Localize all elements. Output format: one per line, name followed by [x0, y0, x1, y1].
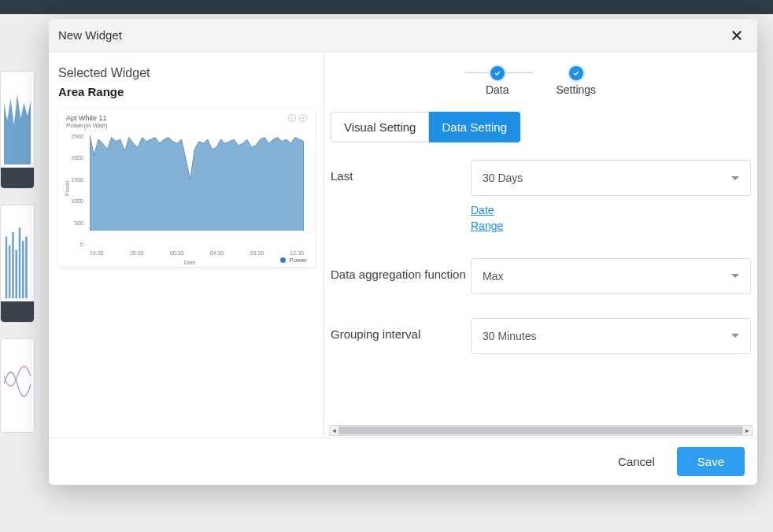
- label-aggregation: Data aggregation function: [331, 258, 471, 283]
- scroll-track[interactable]: [339, 426, 742, 435]
- chevron-down-icon: [731, 274, 739, 278]
- select-aggregation-value: Max: [483, 270, 503, 283]
- x-tick: 00:30: [170, 250, 184, 256]
- area-chart-svg: [90, 131, 304, 231]
- label-grouping: Grouping interval: [331, 318, 471, 342]
- modal-body: Selected Widget Area Range Apt White 11 …: [49, 52, 757, 438]
- close-small-icon: ×: [299, 114, 307, 122]
- legend-label: Power: [289, 257, 307, 264]
- y-tick: 1500: [71, 177, 83, 183]
- step-data[interactable]: Data: [486, 66, 509, 96]
- cancel-button[interactable]: Cancel: [610, 449, 663, 475]
- y-tick: 2000: [71, 155, 83, 161]
- close-icon: [730, 28, 744, 42]
- chevron-down-icon: [731, 334, 739, 338]
- select-last[interactable]: 30 Days: [471, 160, 751, 196]
- step-check-icon: [569, 66, 583, 80]
- x-tick: 16:30: [90, 250, 104, 256]
- right-panel: Data Settings Visual Setting Data Settin…: [324, 52, 757, 438]
- chevron-down-icon: [731, 176, 739, 180]
- modal-header: New Widget: [49, 19, 757, 52]
- row-last: Last 30 Days Date Range: [331, 160, 751, 235]
- scroll-right-arrow-icon[interactable]: ►: [742, 426, 752, 435]
- settings-tabs: Visual Setting Data Setting: [324, 101, 757, 142]
- x-tick: 08:30: [250, 250, 264, 256]
- save-button[interactable]: Save: [677, 447, 745, 476]
- tab-visual-setting[interactable]: Visual Setting: [331, 112, 429, 142]
- select-grouping[interactable]: 30 Minutes: [471, 318, 751, 354]
- widget-type-name: Area Range: [58, 85, 314, 98]
- scroll-thumb[interactable]: [339, 427, 742, 434]
- legend-dot-icon: [280, 257, 286, 263]
- widget-preview: Apt White 11 Power(in Watt) i × Power 25…: [58, 108, 315, 267]
- x-tick: 04:30: [210, 250, 224, 256]
- y-tick: 0: [80, 242, 83, 247]
- x-axis-label: Date: [184, 260, 196, 265]
- wizard-stepper: Data Settings: [324, 52, 757, 101]
- tab-data-setting[interactable]: Data Setting: [429, 112, 520, 142]
- x-tick: 12:30: [290, 250, 304, 256]
- step-settings[interactable]: Settings: [556, 66, 596, 96]
- link-range[interactable]: Range: [471, 218, 751, 234]
- preview-title: Apt White 11: [66, 114, 307, 122]
- preview-legend: Power: [280, 257, 307, 264]
- y-axis-ticks: 25002000150010005000: [68, 131, 83, 245]
- close-button[interactable]: [726, 24, 748, 46]
- preview-chart: Power 25002000150010005000 16:3020:3000:…: [72, 131, 307, 245]
- y-tick: 2500: [71, 134, 83, 139]
- select-last-value: 30 Days: [483, 172, 523, 184]
- preview-subtitle: Power(in Watt): [66, 122, 307, 129]
- horizontal-scrollbar[interactable]: ◄ ►: [329, 425, 753, 436]
- step-check-icon: [490, 66, 505, 80]
- data-setting-form: Last 30 Days Date Range: [324, 142, 757, 425]
- label-last: Last: [331, 160, 471, 184]
- modal-overlay: New Widget Selected Widget Area Range Ap…: [0, 0, 773, 532]
- info-icon: i: [288, 114, 296, 122]
- date-range-links: Date Range: [471, 202, 751, 235]
- new-widget-modal: New Widget Selected Widget Area Range Ap…: [49, 19, 757, 485]
- row-grouping: Grouping interval 30 Minutes: [331, 318, 751, 354]
- x-tick: 20:30: [130, 250, 144, 256]
- scroll-left-arrow-icon[interactable]: ◄: [330, 426, 339, 435]
- step-data-label: Data: [486, 83, 509, 96]
- selected-widget-label: Selected Widget: [58, 66, 314, 80]
- y-tick: 1000: [71, 198, 83, 204]
- select-aggregation[interactable]: Max: [471, 258, 751, 294]
- modal-footer: Cancel Save: [49, 438, 757, 485]
- left-panel: Selected Widget Area Range Apt White 11 …: [49, 52, 324, 438]
- modal-title: New Widget: [58, 28, 122, 42]
- preview-action-icons: i ×: [288, 114, 307, 122]
- row-aggregation: Data aggregation function Max: [331, 258, 751, 294]
- y-tick: 500: [74, 220, 83, 226]
- select-grouping-value: 30 Minutes: [483, 330, 536, 342]
- link-date[interactable]: Date: [471, 202, 751, 218]
- step-settings-label: Settings: [556, 83, 596, 96]
- x-axis-ticks: 16:3020:3000:3004:3008:3012:30: [90, 250, 304, 256]
